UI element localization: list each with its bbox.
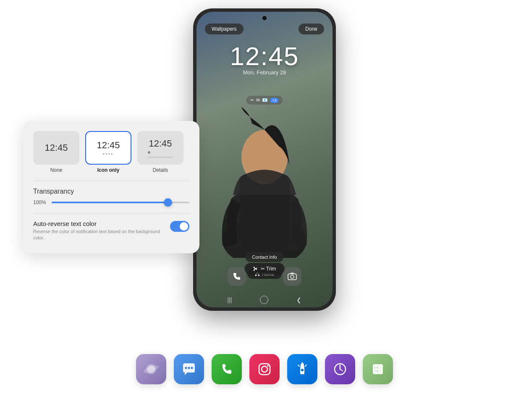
- transparency-label: Transparancy: [33, 188, 189, 195]
- toggle-knob: [180, 222, 188, 231]
- app-icon-planet[interactable]: [136, 354, 166, 384]
- svg-point-7: [262, 366, 267, 372]
- notif-icon-msg: ✉: [256, 97, 260, 103]
- notif-icon-mail: 📧: [262, 97, 268, 103]
- phone-shell: Wallpapers Done 12:45 Mon, February 28 ✂…: [193, 8, 336, 311]
- svg-point-2: [147, 365, 155, 373]
- wallpapers-button[interactable]: Wallpapers: [205, 24, 244, 34]
- auto-reverse-section: Auto-reverse text color Reverse the colo…: [33, 220, 189, 242]
- trim-label: ✂ Trim: [261, 266, 276, 272]
- app-icon-chat[interactable]: [174, 354, 204, 384]
- auto-reverse-description: Reverse the color of notification text b…: [33, 228, 163, 242]
- notif-icon-scissors: ✂: [250, 97, 254, 103]
- phone-notch: [262, 16, 267, 20]
- phone-topbar: Wallpapers Done: [196, 24, 333, 34]
- nav-recents[interactable]: |||: [228, 297, 232, 303]
- clock-style-none-box: 12:45: [33, 131, 79, 165]
- trim-button[interactable]: ✂ Trim: [245, 263, 285, 275]
- clock-style-none[interactable]: 12:45 None: [33, 131, 79, 173]
- app-icon-calc-wrap: ÷ × − +: [363, 354, 393, 384]
- divider-2: [33, 213, 189, 213]
- slider-fill: [52, 202, 169, 203]
- app-icon-phone[interactable]: [212, 354, 242, 384]
- clock-style-none-time: 12:45: [45, 142, 68, 153]
- clock-style-icon-only-box: 12:45 ••••: [85, 131, 131, 165]
- svg-line-13: [340, 369, 343, 371]
- phone-date: Mon, February 28: [243, 69, 286, 76]
- app-icons-row: ÷ × − +: [0, 354, 529, 384]
- svg-point-23: [254, 267, 255, 268]
- app-icon-flashlight-wrap: [287, 354, 317, 384]
- auto-reverse-toggle[interactable]: [170, 221, 189, 232]
- app-icon-planet-wrap: [136, 354, 166, 384]
- phone-clock: 12:45: [230, 41, 299, 71]
- app-icon-clock[interactable]: [325, 354, 355, 384]
- app-icon-instagram[interactable]: [249, 354, 280, 384]
- phone-inner: Wallpapers Done 12:45 Mon, February 28 ✂…: [196, 12, 333, 307]
- transparency-value: 100%: [33, 200, 47, 205]
- divider-1: [33, 181, 189, 181]
- notif-badge: +3: [270, 98, 278, 103]
- transparency-section: Transparancy 100%: [33, 188, 189, 205]
- phone-clock-area: 12:45 Mon, February 28: [196, 41, 333, 76]
- transparency-slider[interactable]: [52, 202, 189, 203]
- detail-dot: [148, 151, 150, 154]
- slider-thumb: [164, 198, 172, 207]
- settings-panel: 12:45 None 12:45 •••• Icon only 12:45 De…: [23, 121, 199, 253]
- svg-rect-14: [373, 364, 383, 374]
- svg-point-10: [301, 369, 304, 371]
- clock-style-details-label: Details: [153, 167, 168, 173]
- auto-reverse-text: Auto-reverse text color Reverse the colo…: [33, 220, 163, 242]
- clock-style-icon-only-time: 12:45: [97, 140, 120, 151]
- contact-info-pill[interactable]: Contact Info: [245, 252, 283, 262]
- clock-style-details-box: 12:45: [137, 131, 183, 165]
- clock-style-icon-only-label: Icon only: [97, 167, 120, 173]
- clock-style-icon-only[interactable]: 12:45 •••• Icon only: [85, 131, 131, 173]
- clock-style-icon-only-dots: ••••: [103, 152, 114, 156]
- clock-style-none-label: None: [50, 167, 63, 173]
- svg-point-3: [185, 367, 187, 369]
- svg-point-8: [267, 365, 269, 367]
- app-icon-chat-wrap: [174, 354, 204, 384]
- app-icon-clock-wrap: [325, 354, 355, 384]
- svg-text:− +: − +: [374, 370, 378, 373]
- svg-text:÷ ×: ÷ ×: [374, 366, 378, 369]
- svg-point-5: [191, 367, 193, 369]
- auto-reverse-title: Auto-reverse text color: [33, 220, 163, 227]
- phone-notif-row: ✂ ✉ 📧 +3: [246, 96, 283, 105]
- app-icon-flashlight[interactable]: [287, 354, 317, 384]
- done-button[interactable]: Done: [299, 24, 324, 34]
- slider-row: 100%: [33, 200, 189, 205]
- svg-point-4: [188, 367, 190, 369]
- nav-back[interactable]: ❮: [296, 297, 301, 303]
- contact-info-label: Contact Info: [252, 255, 277, 260]
- svg-point-22: [254, 270, 255, 271]
- app-icon-phone-wrap: [212, 354, 242, 384]
- app-icon-calc[interactable]: ÷ × − +: [363, 354, 393, 384]
- nav-home[interactable]: [260, 296, 268, 304]
- clock-styles: 12:45 None 12:45 •••• Icon only 12:45 De…: [33, 131, 189, 173]
- detail-line: [148, 157, 173, 158]
- clock-style-details[interactable]: 12:45 Details: [137, 131, 183, 173]
- clock-style-details-time: 12:45: [149, 138, 172, 149]
- app-icon-instagram-wrap: [249, 354, 280, 384]
